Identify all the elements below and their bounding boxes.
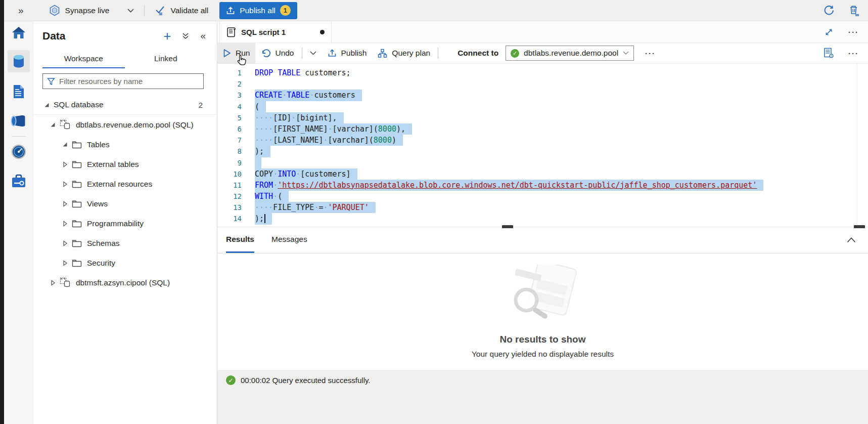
code-line[interactable]: 4( (217, 101, 868, 112)
splitter-handle-right[interactable] (854, 225, 865, 228)
expanded-icon[interactable] (61, 142, 69, 147)
window-edge (0, 0, 4, 424)
resource-tree: SQL database2dbtlabs.revenue.demo.pool (… (33, 95, 217, 424)
properties-icon[interactable] (824, 48, 834, 59)
pool-dropdown[interactable]: ✓ dbtlabs.revenue.demo.pool (506, 46, 634, 61)
tree-item[interactable]: Schemas (33, 233, 217, 253)
publish-all-button[interactable]: Publish all 1 (219, 2, 297, 19)
folder-icon (72, 200, 82, 208)
code-line[interactable]: 12WITH·( (217, 191, 868, 202)
tree-item[interactable]: Views (33, 194, 217, 214)
folder-icon (72, 180, 82, 188)
text-cursor (264, 214, 265, 223)
code-line[interactable]: 7····[LAST_NAME]·[varchar](8000) (217, 135, 868, 146)
discard-all-icon[interactable] (849, 5, 860, 17)
rail-monitor-button[interactable] (8, 141, 30, 163)
home-icon (11, 26, 26, 40)
top-command-bar: » Synapse live Validate all Publish all … (0, 0, 868, 21)
line-number: 4 (217, 101, 242, 112)
rail-data-button[interactable] (8, 50, 30, 72)
collapse-panel-icon[interactable]: « (200, 30, 206, 41)
query-status-text: 00:00:02 Query executed successfully. (241, 375, 371, 385)
tab-messages[interactable]: Messages (271, 227, 307, 253)
code-line[interactable]: 13····FILE_TYPE·=·'PARQUET' (217, 202, 868, 213)
rail-integrate-button[interactable] (8, 110, 30, 132)
code-text: ); (255, 146, 270, 157)
folder-icon (72, 220, 82, 228)
toolbar-separator (144, 5, 145, 16)
code-text: ····[FIRST_NAME]·[varchar](8000), (255, 123, 412, 135)
collapsed-icon[interactable] (61, 221, 69, 227)
code-line[interactable]: 8); (217, 146, 868, 157)
filter-input[interactable] (59, 77, 199, 86)
tab-sql-script-1[interactable]: SQL script 1 (219, 21, 332, 43)
collapsed-icon[interactable] (49, 280, 57, 286)
collapsed-icon[interactable] (61, 201, 69, 207)
tree-item[interactable]: External tables (33, 154, 217, 174)
collapsed-icon[interactable] (61, 240, 69, 246)
tree-item[interactable]: Tables (33, 135, 217, 154)
run-icon (223, 49, 231, 58)
tab-more-icon[interactable]: ··· (848, 28, 859, 36)
expanded-icon[interactable] (42, 102, 51, 108)
code-editor[interactable]: 1DROP TABLE customers;23CREATE·TABLE·cus… (217, 64, 868, 227)
code-line[interactable]: 6····[FIRST_NAME]·[varchar](8000), (217, 123, 868, 135)
database-icon (60, 119, 71, 130)
more-commands-icon[interactable]: ··· (848, 49, 859, 58)
folder-icon (72, 141, 82, 149)
expand-all-icon[interactable] (182, 32, 189, 39)
collapse-results-icon[interactable] (847, 227, 856, 253)
code-text: COPY·INTO·[customers] (255, 168, 357, 180)
rail-develop-button[interactable] (8, 80, 30, 103)
expand-menu-icon[interactable]: » (18, 5, 24, 16)
refresh-icon[interactable] (823, 5, 835, 16)
tree-item[interactable]: dbtlabs.revenue.demo.pool (SQL) (33, 115, 217, 135)
toolbar-more-icon[interactable]: ··· (645, 49, 656, 58)
editor-pane: SQL script 1 ··· Run Undo (217, 21, 868, 424)
add-resource-icon[interactable]: + (163, 30, 171, 41)
rail-home-button[interactable] (8, 22, 30, 44)
line-number: 13 (217, 202, 242, 213)
splitter-handle[interactable] (502, 225, 513, 228)
tree-item[interactable]: External resources (33, 174, 217, 194)
expanded-icon[interactable] (49, 122, 57, 128)
code-line[interactable]: 2 (217, 78, 868, 90)
rail-manage-button[interactable] (8, 170, 30, 192)
data-icon (12, 54, 26, 69)
line-number: 12 (217, 191, 242, 202)
line-number: 11 (217, 180, 242, 191)
code-line[interactable]: 9 (217, 157, 868, 168)
expand-editor-icon[interactable] (825, 28, 833, 36)
undo-button[interactable]: Undo (255, 43, 299, 63)
tree-item[interactable]: dbtmsft.azsyn.cipool (SQL) (33, 273, 217, 292)
code-line[interactable]: 5····[ID]·[bigint], (217, 112, 868, 123)
tab-results[interactable]: Results (226, 227, 254, 253)
code-line[interactable]: 11FROM·'https://dbtlabsynapsedatalake.bl… (217, 180, 868, 191)
environment-switcher[interactable]: Synapse live (49, 5, 134, 16)
code-line[interactable]: 10COPY·INTO·[customers] (217, 168, 868, 180)
line-number: 2 (217, 78, 242, 90)
app-rail (4, 21, 33, 424)
tree-item[interactable]: Security (33, 253, 217, 273)
tab-workspace[interactable]: Workspace (42, 50, 125, 68)
tree-item[interactable]: SQL database2 (33, 95, 217, 115)
code-text: ····[ID]·[bigint], (255, 112, 344, 123)
run-options-chevron[interactable] (304, 43, 322, 63)
code-line[interactable]: 3CREATE·TABLE·customers (217, 90, 868, 101)
validate-all-button[interactable]: Validate all (155, 6, 208, 16)
collapsed-icon[interactable] (61, 181, 69, 187)
empty-state-title: No results to show (500, 334, 586, 345)
code-text: DROP TABLE customers; (255, 67, 351, 78)
rail-divider (12, 136, 26, 137)
query-plan-button[interactable]: Query plan (372, 43, 436, 63)
code-line[interactable]: 1DROP TABLE customers; (217, 67, 868, 78)
tab-label: SQL script 1 (241, 28, 286, 36)
tree-item-label: Views (87, 199, 108, 208)
tab-linked[interactable]: Linked (125, 50, 207, 68)
collapsed-icon[interactable] (61, 161, 69, 167)
collapsed-icon[interactable] (61, 260, 69, 266)
publish-button[interactable]: Publish (322, 43, 373, 63)
tree-item[interactable]: Programmability (33, 214, 217, 233)
editor-minimap[interactable] (857, 64, 868, 227)
code-line[interactable]: 14); (217, 213, 868, 224)
